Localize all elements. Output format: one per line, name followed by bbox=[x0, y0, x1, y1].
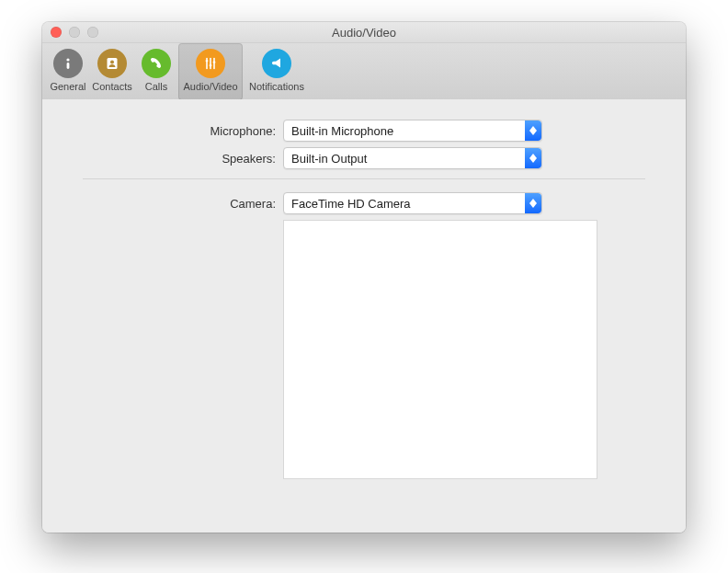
speakers-value: Built-in Output bbox=[284, 152, 367, 166]
preferences-toolbar: General Contacts Calls bbox=[42, 43, 686, 101]
phone-icon bbox=[142, 49, 171, 78]
zoom-window-button bbox=[87, 27, 98, 38]
camera-value: FaceTime HD Camera bbox=[284, 197, 411, 211]
tab-label: General bbox=[50, 81, 85, 92]
audio-video-pane: Microphone: Built-in Microphone Speakers… bbox=[42, 99, 686, 533]
svg-rect-8 bbox=[210, 64, 212, 66]
speakers-select[interactable]: Built-in Output bbox=[283, 147, 542, 169]
tab-general[interactable]: General bbox=[46, 43, 90, 100]
window-title: Audio/Video bbox=[42, 26, 686, 40]
microphone-label: Microphone: bbox=[83, 124, 283, 138]
tab-label: Audio/Video bbox=[183, 81, 237, 92]
megaphone-icon bbox=[262, 49, 291, 78]
tab-label: Calls bbox=[145, 81, 167, 92]
tab-audio-video[interactable]: Audio/Video bbox=[178, 43, 243, 100]
camera-row: Camera: FaceTime HD Camera bbox=[83, 192, 645, 214]
sliders-icon bbox=[196, 49, 225, 78]
close-window-button[interactable] bbox=[51, 27, 62, 38]
tab-label: Notifications bbox=[249, 81, 304, 92]
microphone-row: Microphone: Built-in Microphone bbox=[83, 120, 645, 142]
titlebar: Audio/Video bbox=[42, 22, 686, 43]
minimize-window-button bbox=[69, 27, 80, 38]
camera-label: Camera: bbox=[83, 197, 283, 211]
microphone-select[interactable]: Built-in Microphone bbox=[283, 120, 542, 142]
divider bbox=[83, 178, 645, 179]
microphone-value: Built-in Microphone bbox=[284, 124, 393, 138]
address-book-icon bbox=[97, 49, 127, 78]
tab-calls[interactable]: Calls bbox=[134, 43, 178, 100]
tab-contacts[interactable]: Contacts bbox=[90, 43, 134, 100]
info-icon bbox=[53, 49, 83, 78]
tab-notifications[interactable]: Notifications bbox=[243, 43, 311, 100]
svg-point-3 bbox=[110, 61, 114, 64]
svg-rect-7 bbox=[206, 60, 209, 62]
svg-point-0 bbox=[66, 58, 69, 61]
speakers-label: Speakers: bbox=[83, 152, 283, 166]
camera-preview bbox=[283, 220, 597, 479]
updown-arrows-icon bbox=[525, 193, 541, 213]
camera-select[interactable]: FaceTime HD Camera bbox=[283, 192, 542, 214]
traffic-lights bbox=[51, 27, 98, 38]
tab-label: Contacts bbox=[92, 81, 131, 92]
svg-rect-1 bbox=[67, 63, 70, 69]
svg-rect-9 bbox=[213, 62, 216, 63]
preferences-window: Audio/Video General Contacts Calls bbox=[42, 22, 686, 533]
speakers-row: Speakers: Built-in Output bbox=[83, 147, 645, 169]
updown-arrows-icon bbox=[525, 120, 541, 141]
updown-arrows-icon bbox=[525, 148, 541, 168]
